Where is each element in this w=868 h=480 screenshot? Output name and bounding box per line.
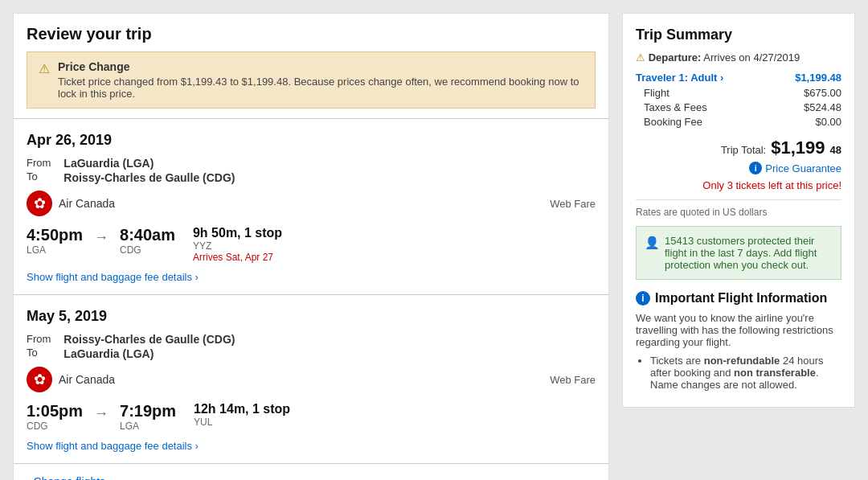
to-airport-1: Roissy-Charles de Gaulle (CDG) [63,171,235,184]
traveler-section: Traveler 1: Adult › $1,199.48 Flight $67… [636,72,841,128]
traveler-price: $1,199.48 [795,72,841,84]
protection-icon: 👤 [645,236,660,271]
from-airport-1: LaGuardia (LGA) [63,157,235,170]
from-airport-2: Roissy-Charles de Gaulle (CDG) [63,333,235,346]
airline-row-1: ✿ Air Canada Web Fare [27,191,596,216]
cost-row-taxes: Taxes & Fees $524.48 [636,101,841,113]
arr-time-2: 7:19pm LGA [120,402,176,432]
dep-time-2: 1:05pm CDG [27,402,83,432]
arr-time-1: 8:40am CDG [120,226,175,256]
duration-stop-1: 9h 50m, 1 stop YYZ Arrives Sat, Apr 27 [193,226,282,263]
warning-icon-sm: ⚠ [636,51,645,64]
important-info: i Important Flight Information We want y… [636,291,841,391]
route-airports-2: Roissy-Charles de Gaulle (CDG) LaGuardia… [63,333,235,360]
trip-total-amount: $1,199 [771,137,825,158]
important-info-list: Tickets are non-refundable 24 hours afte… [636,355,841,391]
arr-time-big-1: 8:40am [120,226,175,244]
airline-logo-2: ✿ [27,367,52,392]
from-to-block-1: From To [27,157,51,183]
from-label-2: From [27,333,51,345]
dep-time-1: 4:50pm LGA [27,226,83,256]
rates-note: Rates are quoted in US dollars [636,199,841,218]
booking-value: $0.00 [815,116,841,128]
flight-cost-label: Flight [644,87,669,99]
airline-logo-1: ✿ [27,191,52,216]
flight-card-1: Apr 26, 2019 From To LaGuardia (LGA) Roi… [14,118,608,294]
dep-time-big-1: 4:50pm [27,226,83,244]
maple-leaf-icon-1: ✿ [34,195,46,212]
flight-times-row-1: 4:50pm LGA → 8:40am CDG 9h 50m, 1 stop Y… [27,226,596,263]
protection-text: 15413 customers protected their flight i… [665,235,833,271]
show-details-link-1[interactable]: Show flight and baggage fee details › [27,271,199,283]
airline-row-2: ✿ Air Canada Web Fare [27,367,596,392]
to-label-2: To [27,347,51,359]
warning-icon: ⚠ [39,61,50,76]
important-info-title: i Important Flight Information [636,291,841,306]
duration-text-2: 12h 14m, 1 stop [194,402,290,416]
change-flights-link[interactable]: ‹ Change flights [27,475,105,480]
maple-leaf-icon-2: ✿ [34,371,46,388]
arr-code-2: LGA [120,421,176,432]
page-title: Review your trip [14,14,608,51]
protection-box: 👤 15413 customers protected their flight… [636,226,841,280]
cost-row-booking: Booking Fee $0.00 [636,116,841,128]
flight-card-2: May 5, 2019 From To Roissy-Charles de Ga… [14,294,608,463]
taxes-label: Taxes & Fees [644,101,707,113]
from-to-block-2: From To [27,333,51,359]
trip-total-row: Trip Total: $1,19948 [636,137,841,158]
info-circle-icon: i [749,162,762,174]
departure-strong: Departure: [649,51,702,64]
dep-code-1: LGA [27,244,83,256]
important-info-item-1: Tickets are non-refundable 24 hours afte… [650,355,841,391]
traveler-label[interactable]: Traveler 1: Adult › [636,72,723,84]
to-label-1: To [27,170,51,183]
dep-code-2: CDG [27,421,83,432]
stop-code-2: YUL [194,416,290,428]
sidebar: Trip Summary ⚠ Departure: Arrives on 4/2… [622,13,855,480]
important-info-intro: We want you to know the airline you're t… [636,312,841,348]
route-airports-1: LaGuardia (LGA) Roissy-Charles de Gaulle… [63,157,235,184]
tickets-left: Only 3 tickets left at this price! [636,179,841,191]
trip-summary-title: Trip Summary [636,27,841,43]
airline-name-2: Air Canada [59,373,115,386]
arrival-date: Arrives on 4/27/2019 [703,51,800,64]
duration-stop-2: 12h 14m, 1 stop YUL [194,402,290,428]
flight-cost-value: $675.00 [804,87,841,99]
traveler-name-row: Traveler 1: Adult › $1,199.48 [636,72,841,84]
arrow-icon-1: → [94,229,108,246]
trip-total-label: Trip Total: [721,144,766,156]
arr-time-big-2: 7:19pm [120,402,176,421]
flight-date-1: Apr 26, 2019 [27,132,596,149]
dep-time-big-2: 1:05pm [27,402,83,421]
duration-text-1: 9h 50m, 1 stop [193,226,282,240]
taxes-value: $524.48 [804,101,841,113]
price-change-title: Price Change [58,60,583,73]
flight-date-2: May 5, 2019 [27,308,596,325]
price-change-banner: ⚠ Price Change Ticket price changed from… [27,51,596,109]
change-flights-section: ‹ Change flights [14,463,608,480]
from-label-1: From [27,157,51,169]
booking-label: Booking Fee [644,116,702,128]
web-fare-2: Web Fare [550,374,596,386]
to-airport-2: LaGuardia (LGA) [63,347,235,360]
cost-row-flight: Flight $675.00 [636,87,841,99]
info-icon-blue: i [636,291,650,306]
airline-name-1: Air Canada [59,197,115,210]
flight-times-row-2: 1:05pm CDG → 7:19pm LGA 12h 14m, 1 stop … [27,402,596,432]
arrives-text-1: Arrives Sat, Apr 27 [193,252,282,263]
price-change-text: Ticket price changed from $1,199.43 to $… [58,76,583,100]
stop-code-1: YYZ [193,240,282,252]
web-fare-1: Web Fare [550,198,596,210]
trip-summary-box: Trip Summary ⚠ Departure: Arrives on 4/2… [622,13,855,408]
departure-label: ⚠ Departure: Arrives on 4/27/2019 [636,51,841,64]
price-guarantee-row: i Price Guarantee [636,162,841,174]
important-title-text: Important Flight Information [655,291,827,306]
show-details-link-2[interactable]: Show flight and baggage fee details › [27,440,199,452]
arr-code-1: CDG [120,244,175,256]
price-guarantee-label: Price Guarantee [765,162,841,174]
arrow-icon-2: → [94,405,108,422]
trip-total-cents: 48 [830,144,841,156]
